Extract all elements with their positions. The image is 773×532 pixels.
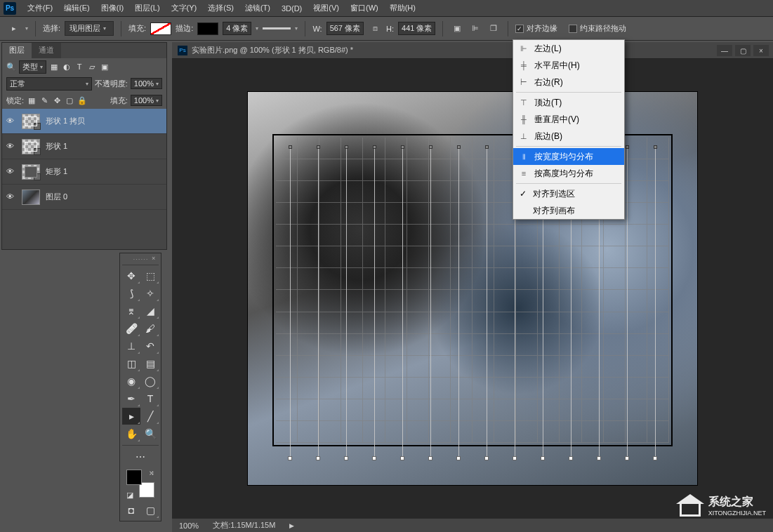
path-alignment-icon[interactable]: ⊫ (468, 22, 482, 36)
stroke-width-chevron-icon[interactable]: ▾ (256, 25, 258, 32)
layer-item-shape1-copy[interactable]: 👁 形状 1 拷贝 (2, 109, 166, 134)
doc-info[interactable]: 文档:1.15M/1.15M (213, 520, 275, 531)
brush-tool[interactable]: 🖌 (141, 320, 159, 337)
foreground-color[interactable] (126, 470, 142, 485)
eyedropper-tool[interactable]: ◢ (141, 302, 159, 319)
menu-align-top[interactable]: ⊤顶边(T) (513, 94, 624, 111)
filter-type-icon[interactable]: T (74, 62, 84, 72)
layer-name[interactable]: 形状 1 (46, 141, 67, 152)
edit-toolbar[interactable]: ⋯ (131, 448, 150, 465)
minimize-button[interactable]: — (717, 45, 732, 56)
width-field[interactable]: 567 像素 (326, 22, 364, 35)
stroke-width-field[interactable]: 4 像素 (223, 22, 251, 35)
crop-tool[interactable]: ⌆ (122, 302, 140, 319)
blend-mode-dropdown[interactable]: 正常▾ (6, 77, 92, 91)
lock-artboard-icon[interactable]: ▢ (65, 95, 74, 105)
menu-align-right[interactable]: ⊢右边(R) (513, 74, 624, 91)
menu-align-to-canvas[interactable]: 对齐到画布 (513, 202, 624, 219)
path-arrangement-icon[interactable]: ❐ (487, 22, 501, 36)
height-field[interactable]: 441 像素 (398, 22, 435, 35)
menu-select[interactable]: 选择(S) (202, 3, 239, 13)
dodge-tool[interactable]: ◯ (141, 373, 159, 390)
menu-file[interactable]: 文件(F) (22, 3, 58, 13)
default-colors-icon[interactable]: ◪ (126, 491, 133, 498)
screen-mode-tool[interactable]: ▢ (141, 502, 159, 519)
pen-tool[interactable]: ✒ (122, 390, 140, 407)
layer-item-layer0[interactable]: 👁 图层 0 (2, 185, 166, 210)
lasso-tool[interactable]: ⟆ (122, 285, 140, 302)
filter-pixel-icon[interactable]: ▦ (49, 62, 59, 72)
menu-align-hcenter[interactable]: ╪水平居中(H) (513, 57, 624, 74)
magic-wand-tool[interactable]: ✧ (141, 285, 159, 302)
menu-filter[interactable]: 滤镜(T) (239, 3, 276, 13)
menu-3d[interactable]: 3D(D) (276, 4, 308, 13)
healing-tool[interactable]: 🩹 (122, 320, 140, 337)
menu-image[interactable]: 图像(I) (95, 3, 129, 13)
close-icon[interactable]: × (152, 255, 159, 262)
marquee-tool[interactable]: ⬚ (141, 267, 159, 284)
stroke-style-dropdown[interactable] (263, 27, 291, 29)
visibility-icon[interactable]: 👁 (6, 192, 16, 202)
canvas[interactable] (248, 92, 697, 485)
path-operations-icon[interactable]: ▣ (450, 22, 464, 36)
link-wh-icon[interactable]: ⧈ (368, 22, 382, 36)
maximize-button[interactable]: ▢ (735, 45, 751, 56)
tool-preset-chevron-icon[interactable]: ▾ (25, 25, 28, 32)
menu-window[interactable]: 窗口(W) (345, 3, 384, 13)
blur-tool[interactable]: ◉ (122, 373, 140, 390)
menu-edit[interactable]: 编辑(E) (58, 3, 95, 13)
visibility-icon[interactable]: 👁 (6, 117, 16, 126)
layer-thumb[interactable] (22, 164, 40, 180)
path-selection-tool-icon[interactable]: ▸ (7, 22, 21, 36)
menu-layer[interactable]: 图层(L) (129, 3, 165, 13)
move-tool[interactable]: ✥ (122, 267, 140, 284)
lock-all-icon[interactable]: 🔒 (77, 95, 87, 105)
filter-smart-icon[interactable]: ▣ (100, 62, 110, 72)
layer-thumb[interactable] (22, 114, 40, 129)
visibility-icon[interactable]: 👁 (6, 142, 16, 152)
opacity-field[interactable]: 100%▾ (131, 78, 162, 89)
filter-shape-icon[interactable]: ▱ (87, 62, 97, 72)
menu-type[interactable]: 文字(Y) (166, 3, 203, 13)
lock-image-icon[interactable]: ✎ (39, 95, 49, 105)
hand-tool[interactable]: ✋ (122, 425, 140, 442)
menu-help[interactable]: 帮助(H) (384, 3, 421, 13)
filter-kind-dropdown[interactable]: 类型▾ (19, 60, 46, 74)
layer-thumb[interactable] (22, 139, 40, 154)
tools-panel-grip[interactable]: ⋯⋯× (122, 255, 159, 265)
type-tool[interactable]: T (141, 390, 159, 407)
menu-align-bottom[interactable]: ⊥底边(B) (513, 128, 624, 145)
filter-adjust-icon[interactable]: ◐ (62, 62, 72, 72)
tab-channels[interactable]: 通道 (32, 43, 61, 58)
eraser-tool[interactable]: ◫ (122, 355, 140, 372)
tab-layers[interactable]: 图层 (2, 43, 32, 58)
search-icon[interactable]: 🔍 (6, 62, 16, 72)
fill-swatch[interactable] (150, 22, 171, 35)
path-selection-tool[interactable]: ▸ (122, 408, 140, 425)
layer-name[interactable]: 图层 0 (46, 192, 67, 202)
zoom-level[interactable]: 100% (179, 521, 199, 530)
stamp-tool[interactable]: ⊥ (122, 338, 140, 354)
layer-name[interactable]: 矩形 1 (46, 166, 67, 177)
gradient-tool[interactable]: ▤ (141, 355, 159, 372)
lock-transparent-icon[interactable]: ▦ (27, 95, 37, 105)
menu-align-to-selection[interactable]: ✓对齐到选区 (513, 185, 624, 202)
lock-position-icon[interactable]: ✥ (52, 95, 62, 105)
history-brush-tool[interactable]: ↶ (141, 338, 159, 354)
menu-view[interactable]: 视图(V) (308, 3, 345, 13)
fill-field[interactable]: 100%▾ (131, 95, 162, 106)
stroke-swatch[interactable] (197, 22, 218, 35)
close-button[interactable]: × (753, 45, 769, 56)
layer-name[interactable]: 形状 1 拷贝 (46, 116, 85, 126)
menu-distribute-height[interactable]: ≡按高度均匀分布 (513, 165, 624, 182)
layer-item-shape1[interactable]: 👁 形状 1 (2, 134, 166, 159)
menu-align-left[interactable]: ⊩左边(L) (513, 40, 624, 57)
select-target-dropdown[interactable]: 现用图层▾ (65, 21, 114, 36)
menu-distribute-width[interactable]: ⫴按宽度均匀分布 (513, 148, 624, 165)
align-edges-checkbox[interactable]: 对齐边缘 (515, 23, 557, 34)
layer-thumb[interactable] (22, 189, 40, 205)
line-tool[interactable]: ╱ (141, 408, 159, 425)
swap-colors-icon[interactable]: ⤭ (149, 470, 154, 477)
document-tab[interactable]: Ps 实验图片.png @ 100% (形状 1 拷贝, RGB/8#) * —… (172, 42, 773, 59)
constrain-path-checkbox[interactable]: 约束路径拖动 (569, 23, 626, 34)
